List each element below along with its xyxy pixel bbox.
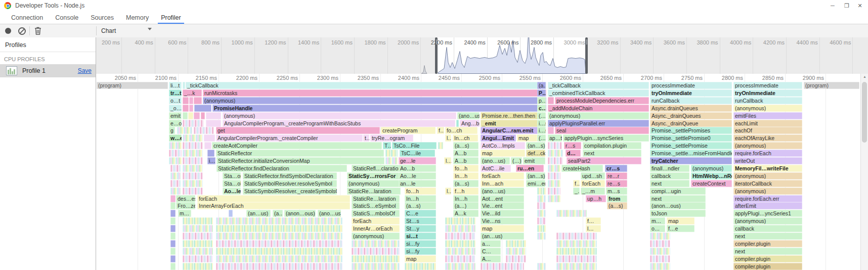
flame-block[interactable] (183, 97, 189, 104)
flame-block-_tickcallback[interactable]: _tickCallback (548, 82, 649, 89)
flame-block--anonymous-[interactable]: (anonymous) (733, 188, 802, 195)
flame-block-t-[interactable]: T… (383, 142, 391, 149)
flame-block-promise._settlepromises[interactable]: Promise._settlePromises (650, 127, 732, 134)
flame-block-f-e[interactable]: f…e (667, 225, 695, 232)
flame-block--anonymous-[interactable]: (anonymous) (733, 105, 802, 112)
flame-block[interactable] (548, 157, 563, 164)
flame-block[interactable] (548, 127, 554, 134)
flame-block[interactable] (556, 255, 597, 262)
flame-block[interactable] (216, 217, 342, 224)
flame-block-re-r[interactable]: re…r (606, 172, 627, 179)
flame-block-sealpart2[interactable]: sealPart2 (567, 157, 641, 164)
flame-block-async._drainqueues[interactable]: Async._drainQueues (650, 112, 732, 119)
flame-block-runcallback[interactable]: runCallback (733, 97, 802, 104)
flame-block[interactable] (438, 142, 443, 149)
flame-block-upd-sh[interactable]: upd…sh (581, 172, 605, 179)
flame-block-_emit[interactable]: _emit (481, 120, 545, 127)
flame-block-foreach[interactable]: forEach (581, 180, 605, 187)
flame-block[interactable] (170, 255, 176, 262)
scroll-up-icon[interactable]: ▲ (861, 75, 868, 78)
flame-block-createcontext[interactable]: createContext (691, 180, 732, 187)
flame-block-tsc-ile[interactable]: TsC…ile (400, 150, 435, 157)
flame-block-writeout[interactable]: writeOut (733, 157, 802, 164)
flame-block[interactable] (170, 188, 181, 195)
flame-block[interactable] (229, 210, 233, 217)
flame-block-trycatcher[interactable]: tryCatcher (650, 157, 732, 164)
flame-block-t-[interactable]: t… (363, 134, 369, 142)
flame-block-staticreflector.findsymboldeclaration[interactable]: StaticReflector.findSymbolDeclaration (243, 172, 337, 179)
flame-block[interactable] (445, 217, 475, 224)
flame-block-angularc-ram.emit[interactable]: AngularC…ram.emit (481, 127, 545, 134)
flame-block[interactable] (183, 142, 203, 149)
flame-block-finall-ndler[interactable]: finall…ndler (650, 165, 689, 172)
flame-block-vie-ent[interactable]: Vie…ent (481, 202, 524, 209)
flame-block[interactable] (183, 248, 213, 255)
flame-block[interactable] (183, 165, 203, 172)
flame-block-i-[interactable]: i… (207, 157, 215, 164)
flame-block[interactable] (445, 233, 475, 240)
flame-block-p-[interactable]: p… (537, 97, 546, 104)
flame-block--anonymous-[interactable]: (anonymous) (733, 142, 802, 149)
flame-block--an-s-[interactable]: (an…s) (526, 172, 545, 179)
flame-block-next[interactable]: next (733, 248, 802, 255)
flame-block--[interactable]: (…) (537, 134, 546, 142)
flame-block-_addmodulechain[interactable]: _addModuleChain (548, 105, 649, 112)
flame-block-ru-en[interactable]: ru…en (516, 165, 544, 172)
flame-block[interactable] (183, 105, 189, 112)
flame-block[interactable] (481, 263, 524, 270)
sidebar-item-profile-1[interactable]: Profile 1 Save (0, 64, 96, 77)
flame-block-a-b[interactable]: A…b (453, 157, 479, 164)
flame-block-staticsy-rrorsfor[interactable]: StaticSy…rrorsFor (347, 172, 401, 179)
flame-block[interactable] (537, 188, 546, 195)
flame-block[interactable] (206, 120, 221, 127)
flame-block[interactable] (183, 188, 203, 195)
flame-block[interactable] (445, 240, 475, 247)
flame-block[interactable] (189, 97, 193, 104)
flame-block-memoryfil-writefile[interactable]: MemoryFil…writeFile (733, 165, 802, 172)
flame-block-map[interactable]: map (517, 134, 537, 142)
flame-block-sta-on[interactable]: Sta…on (223, 172, 241, 179)
flame-block-tr-t[interactable]: tr…t (169, 89, 182, 97)
flame-block[interactable] (183, 112, 188, 119)
flame-block-tsco-file[interactable]: TsCo…File (392, 142, 437, 149)
flame-block--a-[interactable]: (a…) (453, 202, 479, 209)
flame-block-statics-esymbol[interactable]: StaticS…eSymbol (352, 202, 400, 209)
flame-block-promise._settle-misefromhandler[interactable]: Promise._settle…miseFromHandler (650, 150, 732, 157)
flame-block[interactable] (556, 233, 597, 240)
flame-block[interactable] (506, 255, 526, 262)
flame-block-afteremit[interactable]: afterEmit (733, 202, 802, 209)
flame-block[interactable] (352, 248, 400, 255)
flame-block--program-[interactable]: (program) (804, 82, 859, 89)
flame-block-statics-mbolsof[interactable]: StaticS…mbolsOf (352, 210, 400, 217)
flame-block--anonymous-[interactable]: (anonymous) (548, 112, 649, 119)
flame-block[interactable] (537, 210, 546, 217)
flame-block[interactable] (170, 210, 176, 217)
flame-block-innerarrayforeach[interactable]: InnerArrayForEach (197, 202, 350, 209)
flame-block-aot-ent[interactable]: Aot…ent (481, 195, 524, 202)
flame-block-createaotcompiler[interactable]: createAotCompiler (212, 142, 382, 149)
flame-block[interactable] (194, 112, 200, 119)
flame-block[interactable] (183, 263, 213, 270)
flame-block-_-m[interactable]: _…m (581, 188, 605, 195)
flame-block[interactable] (183, 134, 203, 142)
flame-block-fro-ze[interactable]: Fro…ze (176, 202, 195, 209)
flame-block[interactable] (445, 263, 475, 270)
flame-block-async.drainqueues[interactable]: Async.drainQueues (650, 105, 732, 112)
flame-block[interactable] (183, 150, 203, 157)
flame-block-foreach[interactable]: forEach (197, 195, 350, 202)
save-profile-link[interactable]: Save (78, 67, 92, 74)
flame-block[interactable] (650, 263, 670, 270)
flame-block-up-h[interactable]: up…h (586, 195, 606, 202)
flame-block-angularcompilerprogram._createprogramwithbasicstubs[interactable]: AngularCompilerProgram._createProgramWit… (223, 120, 455, 127)
flame-block--anonymous-[interactable]: (anonymous) (733, 172, 802, 179)
flame-block[interactable] (183, 217, 213, 224)
flame-block-in-h[interactable]: In…h (453, 195, 479, 202)
tab-sources[interactable]: Sources (84, 11, 120, 24)
flame-block-inn-ach[interactable]: Inn…ach (481, 180, 524, 187)
delete-profile-icon[interactable] (34, 27, 41, 35)
flame-block-des-es[interactable]: des…es (176, 195, 195, 202)
flame-block--a-[interactable]: (a…) (273, 210, 283, 217)
flame-block[interactable] (216, 255, 342, 262)
flame-block[interactable] (183, 225, 213, 232)
flame-block-emit[interactable]: emit (169, 112, 182, 119)
